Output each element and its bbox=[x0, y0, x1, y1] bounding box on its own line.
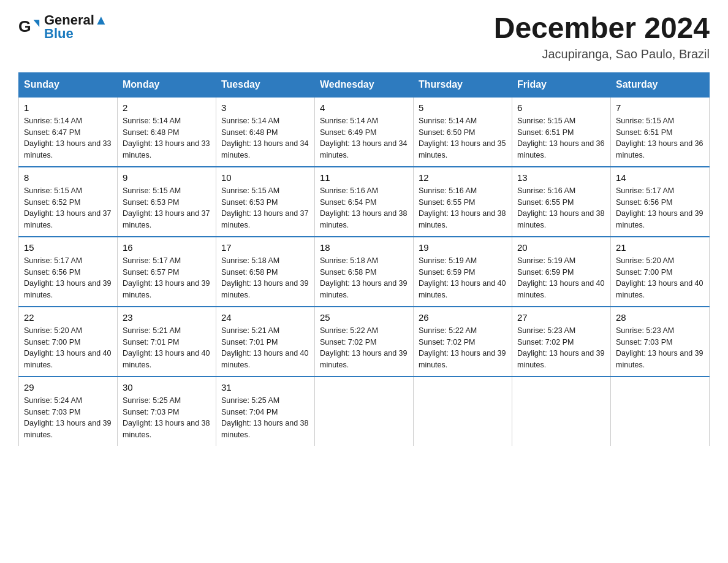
calendar-cell bbox=[315, 377, 414, 446]
calendar-cell: 12Sunrise: 5:16 AMSunset: 6:55 PMDayligh… bbox=[414, 167, 512, 237]
day-info: Sunrise: 5:19 AMSunset: 6:59 PMDaylight:… bbox=[517, 255, 605, 301]
logo: G General▲ Blue bbox=[18, 12, 108, 42]
day-number: 10 bbox=[221, 172, 309, 183]
day-number: 30 bbox=[123, 382, 211, 393]
day-info: Sunrise: 5:15 AMSunset: 6:52 PMDaylight:… bbox=[24, 185, 112, 231]
day-number: 9 bbox=[123, 172, 211, 183]
calendar-cell: 30Sunrise: 5:25 AMSunset: 7:03 PMDayligh… bbox=[118, 377, 216, 446]
day-number: 27 bbox=[517, 312, 605, 323]
svg-marker-1 bbox=[34, 20, 39, 27]
calendar-cell: 24Sunrise: 5:21 AMSunset: 7:01 PMDayligh… bbox=[216, 307, 315, 377]
day-info: Sunrise: 5:14 AMSunset: 6:47 PMDaylight:… bbox=[24, 115, 112, 161]
day-info: Sunrise: 5:17 AMSunset: 6:57 PMDaylight:… bbox=[123, 255, 211, 301]
calendar-week-5: 29Sunrise: 5:24 AMSunset: 7:03 PMDayligh… bbox=[19, 377, 710, 446]
calendar-cell: 9Sunrise: 5:15 AMSunset: 6:53 PMDaylight… bbox=[118, 167, 216, 237]
calendar-cell: 25Sunrise: 5:22 AMSunset: 7:02 PMDayligh… bbox=[315, 307, 414, 377]
day-info: Sunrise: 5:14 AMSunset: 6:50 PMDaylight:… bbox=[419, 115, 507, 161]
calendar-cell: 18Sunrise: 5:18 AMSunset: 6:58 PMDayligh… bbox=[315, 237, 414, 307]
day-number: 20 bbox=[517, 242, 605, 253]
page-header: G General▲ Blue December 2024 Jacupirang… bbox=[18, 12, 710, 61]
day-number: 12 bbox=[419, 172, 507, 183]
day-number: 29 bbox=[24, 382, 112, 393]
calendar-cell: 14Sunrise: 5:17 AMSunset: 6:56 PMDayligh… bbox=[611, 167, 710, 237]
calendar-table: SundayMondayTuesdayWednesdayThursdayFrid… bbox=[18, 72, 710, 446]
calendar-cell: 11Sunrise: 5:16 AMSunset: 6:54 PMDayligh… bbox=[315, 167, 414, 237]
day-number: 1 bbox=[24, 102, 112, 113]
month-title: December 2024 bbox=[494, 12, 710, 45]
day-number: 17 bbox=[221, 242, 309, 253]
calendar-cell: 26Sunrise: 5:22 AMSunset: 7:02 PMDayligh… bbox=[414, 307, 512, 377]
col-header-monday: Monday bbox=[118, 72, 216, 97]
day-info: Sunrise: 5:25 AMSunset: 7:04 PMDaylight:… bbox=[221, 395, 309, 441]
day-info: Sunrise: 5:20 AMSunset: 7:00 PMDaylight:… bbox=[24, 325, 112, 371]
col-header-thursday: Thursday bbox=[414, 72, 512, 97]
day-number: 8 bbox=[24, 172, 112, 183]
calendar-cell: 16Sunrise: 5:17 AMSunset: 6:57 PMDayligh… bbox=[118, 237, 216, 307]
day-info: Sunrise: 5:21 AMSunset: 7:01 PMDaylight:… bbox=[123, 325, 211, 371]
day-number: 7 bbox=[616, 102, 704, 113]
calendar-cell: 27Sunrise: 5:23 AMSunset: 7:02 PMDayligh… bbox=[512, 307, 611, 377]
calendar-cell: 28Sunrise: 5:23 AMSunset: 7:03 PMDayligh… bbox=[611, 307, 710, 377]
day-number: 4 bbox=[320, 102, 408, 113]
day-info: Sunrise: 5:23 AMSunset: 7:03 PMDaylight:… bbox=[616, 325, 704, 371]
col-header-friday: Friday bbox=[512, 72, 611, 97]
day-number: 22 bbox=[24, 312, 112, 323]
day-number: 23 bbox=[123, 312, 211, 323]
day-info: Sunrise: 5:24 AMSunset: 7:03 PMDaylight:… bbox=[24, 395, 112, 441]
day-number: 24 bbox=[221, 312, 309, 323]
col-header-sunday: Sunday bbox=[19, 72, 118, 97]
calendar-week-2: 8Sunrise: 5:15 AMSunset: 6:52 PMDaylight… bbox=[19, 167, 710, 237]
calendar-cell: 10Sunrise: 5:15 AMSunset: 6:53 PMDayligh… bbox=[216, 167, 315, 237]
logo-icon: G bbox=[18, 15, 42, 39]
day-info: Sunrise: 5:25 AMSunset: 7:03 PMDaylight:… bbox=[123, 395, 211, 441]
calendar-header: SundayMondayTuesdayWednesdayThursdayFrid… bbox=[19, 72, 710, 97]
calendar-cell: 13Sunrise: 5:16 AMSunset: 6:55 PMDayligh… bbox=[512, 167, 611, 237]
day-number: 6 bbox=[517, 102, 605, 113]
day-info: Sunrise: 5:22 AMSunset: 7:02 PMDaylight:… bbox=[419, 325, 507, 371]
day-info: Sunrise: 5:20 AMSunset: 7:00 PMDaylight:… bbox=[616, 255, 704, 301]
day-number: 21 bbox=[616, 242, 704, 253]
calendar-cell: 21Sunrise: 5:20 AMSunset: 7:00 PMDayligh… bbox=[611, 237, 710, 307]
day-info: Sunrise: 5:17 AMSunset: 6:56 PMDaylight:… bbox=[24, 255, 112, 301]
day-info: Sunrise: 5:21 AMSunset: 7:01 PMDaylight:… bbox=[221, 325, 309, 371]
day-number: 13 bbox=[517, 172, 605, 183]
day-number: 5 bbox=[419, 102, 507, 113]
calendar-cell: 31Sunrise: 5:25 AMSunset: 7:04 PMDayligh… bbox=[216, 377, 315, 446]
title-area: December 2024 Jacupiranga, Sao Paulo, Br… bbox=[494, 12, 710, 61]
day-info: Sunrise: 5:23 AMSunset: 7:02 PMDaylight:… bbox=[517, 325, 605, 371]
calendar-cell: 8Sunrise: 5:15 AMSunset: 6:52 PMDaylight… bbox=[19, 167, 118, 237]
day-number: 11 bbox=[320, 172, 408, 183]
day-info: Sunrise: 5:18 AMSunset: 6:58 PMDaylight:… bbox=[320, 255, 408, 301]
logo-blue-accent: ▲ bbox=[94, 12, 108, 28]
calendar-cell: 17Sunrise: 5:18 AMSunset: 6:58 PMDayligh… bbox=[216, 237, 315, 307]
day-info: Sunrise: 5:17 AMSunset: 6:56 PMDaylight:… bbox=[616, 185, 704, 231]
calendar-cell: 6Sunrise: 5:15 AMSunset: 6:51 PMDaylight… bbox=[512, 97, 611, 167]
day-info: Sunrise: 5:16 AMSunset: 6:55 PMDaylight:… bbox=[419, 185, 507, 231]
col-header-wednesday: Wednesday bbox=[315, 72, 414, 97]
svg-text:G: G bbox=[18, 17, 31, 36]
day-number: 25 bbox=[320, 312, 408, 323]
location-title: Jacupiranga, Sao Paulo, Brazil bbox=[494, 47, 710, 61]
calendar-cell bbox=[611, 377, 710, 446]
calendar-cell: 23Sunrise: 5:21 AMSunset: 7:01 PMDayligh… bbox=[118, 307, 216, 377]
day-number: 16 bbox=[123, 242, 211, 253]
calendar-cell: 19Sunrise: 5:19 AMSunset: 6:59 PMDayligh… bbox=[414, 237, 512, 307]
day-number: 14 bbox=[616, 172, 704, 183]
calendar-cell: 7Sunrise: 5:15 AMSunset: 6:51 PMDaylight… bbox=[611, 97, 710, 167]
calendar-cell bbox=[414, 377, 512, 446]
calendar-cell: 4Sunrise: 5:14 AMSunset: 6:49 PMDaylight… bbox=[315, 97, 414, 167]
col-header-tuesday: Tuesday bbox=[216, 72, 315, 97]
calendar-cell bbox=[512, 377, 611, 446]
day-number: 28 bbox=[616, 312, 704, 323]
day-number: 18 bbox=[320, 242, 408, 253]
calendar-cell: 22Sunrise: 5:20 AMSunset: 7:00 PMDayligh… bbox=[19, 307, 118, 377]
day-number: 2 bbox=[123, 102, 211, 113]
day-info: Sunrise: 5:16 AMSunset: 6:54 PMDaylight:… bbox=[320, 185, 408, 231]
day-number: 15 bbox=[24, 242, 112, 253]
day-info: Sunrise: 5:18 AMSunset: 6:58 PMDaylight:… bbox=[221, 255, 309, 301]
day-info: Sunrise: 5:14 AMSunset: 6:48 PMDaylight:… bbox=[221, 115, 309, 161]
calendar-week-3: 15Sunrise: 5:17 AMSunset: 6:56 PMDayligh… bbox=[19, 237, 710, 307]
day-number: 3 bbox=[221, 102, 309, 113]
calendar-cell: 2Sunrise: 5:14 AMSunset: 6:48 PMDaylight… bbox=[118, 97, 216, 167]
day-info: Sunrise: 5:14 AMSunset: 6:49 PMDaylight:… bbox=[320, 115, 408, 161]
